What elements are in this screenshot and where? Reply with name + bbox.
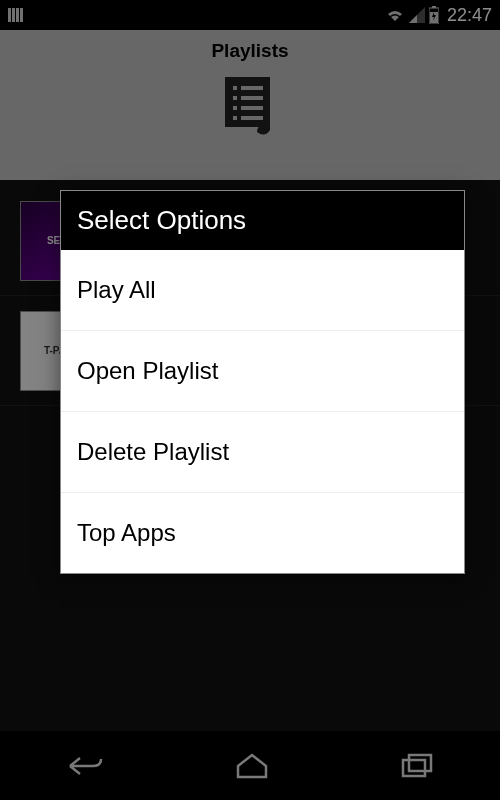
option-top-apps[interactable]: Top Apps xyxy=(61,493,464,573)
option-open-playlist[interactable]: Open Playlist xyxy=(61,331,464,412)
option-play-all[interactable]: Play All xyxy=(61,250,464,331)
dialog-title: Select Options xyxy=(61,191,464,250)
options-dialog: Select Options Play All Open Playlist De… xyxy=(60,190,465,574)
option-delete-playlist[interactable]: Delete Playlist xyxy=(61,412,464,493)
